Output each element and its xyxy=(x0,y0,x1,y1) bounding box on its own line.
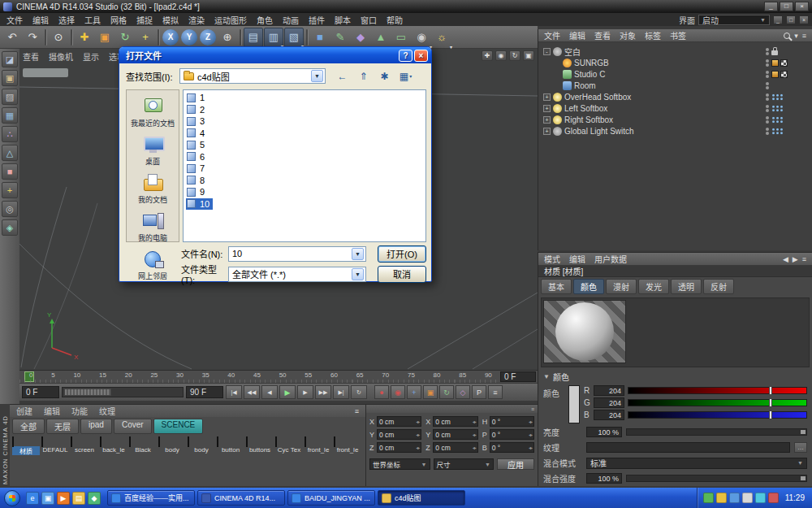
add-camera-icon[interactable]: ◉ xyxy=(412,28,431,47)
Left Softbox[interactable]: + Left Softbox xyxy=(540,102,810,114)
next-key-button[interactable]: ▶▶ xyxy=(315,385,331,399)
viewport-menu-item[interactable]: 查看 xyxy=(23,50,39,63)
toolbar-separator[interactable] xyxy=(306,29,308,46)
doc-close-button[interactable]: × xyxy=(799,15,809,24)
material-thumbnail[interactable] xyxy=(71,436,72,447)
menu-item[interactable]: 帮助 xyxy=(382,14,408,26)
pla-button[interactable]: P xyxy=(472,385,486,399)
OverHead Softbox[interactable]: + OverHead Softbox xyxy=(540,91,810,102)
object-name[interactable]: 空白 xyxy=(564,46,581,58)
menu-item[interactable]: 动画 xyxy=(278,14,304,26)
range-slider-handle[interactable] xyxy=(64,389,111,396)
spinner-arrows-icon[interactable]: ◂▸ xyxy=(529,419,532,424)
material-thumbnail[interactable] xyxy=(129,436,131,447)
material-menu-item[interactable]: 编辑 xyxy=(44,405,60,417)
expand-toggle-icon[interactable]: - xyxy=(543,48,551,55)
coordinate-input[interactable]: 0 ° ◂▸ xyxy=(490,416,534,427)
tray-antivirus-icon[interactable] xyxy=(703,493,714,503)
autokey-button[interactable]: ◉ xyxy=(391,385,405,399)
add-cube-icon[interactable]: ■ xyxy=(310,28,330,47)
menu-item[interactable]: 网格 xyxy=(106,14,132,26)
tray-volume-icon[interactable] xyxy=(742,493,753,503)
history-back-icon[interactable]: ◀ xyxy=(783,255,788,263)
slider-knob[interactable] xyxy=(801,430,806,434)
lock-x-axis-icon[interactable]: X xyxy=(162,29,179,46)
expand-toggle-icon[interactable]: + xyxy=(543,128,551,135)
Right Softbox[interactable]: + Right Softbox xyxy=(540,114,810,125)
channel-value-field[interactable]: 204 xyxy=(594,397,624,408)
menu-item[interactable]: 编辑 xyxy=(28,14,54,26)
quick-launch-media-icon[interactable]: ▶ xyxy=(57,492,70,505)
menu-item[interactable]: 插件 xyxy=(304,14,330,26)
place-network[interactable]: 网上邻居 xyxy=(138,247,167,283)
menu-item[interactable]: 运动图形 xyxy=(209,14,252,26)
points-mode-icon[interactable]: ∴ xyxy=(2,126,18,142)
coordinate-input[interactable]: 0 ° ◂▸ xyxy=(490,442,534,453)
doc-restore-button[interactable]: □ xyxy=(786,15,796,24)
chevron-down-icon[interactable]: ▼ xyxy=(352,248,364,260)
cancel-button[interactable]: 取消 xyxy=(378,266,426,283)
material-channel-tab[interactable]: 反射 xyxy=(703,279,734,294)
render-picture-viewer-icon[interactable]: ▥ xyxy=(264,28,283,47)
quick-launch-folder-icon[interactable]: ▤ xyxy=(72,492,85,505)
taskbar-window-button[interactable]: CINEMA 4D R14... xyxy=(197,490,285,506)
object-menu-item[interactable]: 查看 xyxy=(594,29,611,41)
brightness-value-field[interactable]: 100 % xyxy=(586,427,622,437)
record-position-toggle[interactable]: + xyxy=(407,385,421,399)
slider-knob[interactable] xyxy=(769,398,772,407)
apply-button[interactable]: 应用 xyxy=(497,458,534,470)
file-item[interactable]: 6 xyxy=(186,151,208,163)
tray-network-icon[interactable] xyxy=(729,493,740,503)
lock-y-axis-icon[interactable]: Y xyxy=(181,29,197,46)
material-thumbnail[interactable] xyxy=(246,436,248,447)
play-button[interactable]: ▶ xyxy=(279,385,296,399)
spinner-arrows-icon[interactable]: ◂▸ xyxy=(473,445,476,450)
end-frame-field[interactable]: 90 F xyxy=(186,386,223,398)
last-tool-icon[interactable]: + xyxy=(136,28,155,47)
object-tags[interactable] xyxy=(771,116,807,124)
material-channel-tab[interactable]: 颜色 xyxy=(573,279,604,294)
tray-security-icon[interactable] xyxy=(768,493,779,503)
material-menu-item[interactable]: 纹理 xyxy=(99,405,115,417)
object-tags[interactable] xyxy=(771,59,807,67)
object-tags[interactable] xyxy=(771,71,807,78)
空白[interactable]: - 空白 xyxy=(540,46,810,57)
menu-item[interactable]: 脚本 xyxy=(330,14,356,26)
material-item[interactable]: screen xyxy=(71,437,98,455)
material-layer-tab[interactable]: 全部 xyxy=(12,419,45,434)
brightness-slider[interactable] xyxy=(626,428,807,436)
slider-knob[interactable] xyxy=(801,476,806,480)
place-my-computer[interactable]: 我的电脑 xyxy=(138,209,167,245)
record-parameter-toggle[interactable]: ◇ xyxy=(456,385,470,399)
visibility-dots-icon[interactable] xyxy=(766,128,769,135)
timeline-ruler[interactable]: 051015202530354045505560657075808590 0 F xyxy=(19,370,538,383)
spinner-arrows-icon[interactable]: ◂▸ xyxy=(416,419,419,424)
menu-item[interactable]: 捕捉 xyxy=(132,14,158,26)
object-name[interactable]: Right Softbox xyxy=(564,115,613,124)
object-tags[interactable] xyxy=(771,48,807,55)
file-item[interactable]: 10 xyxy=(186,198,213,211)
toolbar-separator[interactable] xyxy=(45,29,46,46)
material-item[interactable]: body xyxy=(158,437,186,455)
doc-minimize-button[interactable]: _ xyxy=(773,15,783,24)
file-item[interactable]: 4 xyxy=(186,128,208,140)
timeline-menu-icon[interactable]: ≡ xyxy=(488,385,503,399)
object-name[interactable]: Global Light Switch xyxy=(564,127,634,136)
attribute-menu-item[interactable]: 编辑 xyxy=(569,253,585,265)
spinner-arrows-icon[interactable]: ◂▸ xyxy=(473,419,476,424)
up-one-level-button[interactable]: ⇑ xyxy=(355,68,372,84)
spinner-arrows-icon[interactable]: ◂▸ xyxy=(416,432,419,437)
edges-mode-icon[interactable]: △ xyxy=(2,145,18,161)
object-name[interactable]: Room xyxy=(574,81,596,90)
coordinate-system-select[interactable]: 世界坐标 ▼ xyxy=(369,458,430,470)
object-name[interactable]: OverHead Softbox xyxy=(564,93,631,102)
visibility-dots-icon[interactable] xyxy=(766,116,769,124)
material-layer-tab[interactable]: Cover xyxy=(114,419,152,434)
filter-icon[interactable]: ▾ xyxy=(794,32,798,40)
undo-icon[interactable]: ↶ xyxy=(2,28,22,47)
material-item[interactable]: front_le xyxy=(334,437,361,455)
model-mode-icon[interactable]: ▣ xyxy=(2,70,18,86)
material-thumbnail[interactable] xyxy=(41,436,43,447)
add-floor-icon[interactable]: ▭ xyxy=(391,28,411,47)
material-menu-item[interactable]: 功能 xyxy=(71,405,88,417)
